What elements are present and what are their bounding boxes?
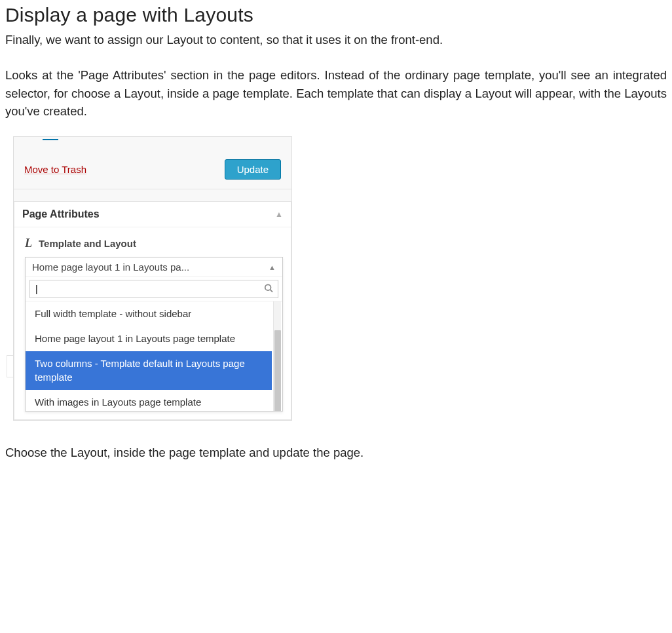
update-button[interactable]: Update bbox=[225, 159, 281, 180]
panel-title: Page Attributes bbox=[22, 208, 100, 220]
move-to-trash-link[interactable]: Move to Trash bbox=[24, 164, 86, 175]
option-full-width[interactable]: Full width template - without sidebar bbox=[26, 301, 272, 326]
intro-paragraph: Finally, we want to assign our Layout to… bbox=[5, 31, 667, 49]
collapse-icon: ▲ bbox=[275, 210, 283, 219]
page-attributes-panel: Page Attributes ▲ L Template and Layout … bbox=[14, 201, 291, 420]
dropdown-selected-value: Home page layout 1 in Layouts pa... bbox=[32, 261, 189, 273]
template-dropdown[interactable]: Home page layout 1 in Layouts pa... ▲ bbox=[25, 257, 283, 412]
chevron-up-icon: ▲ bbox=[269, 263, 276, 271]
outro-paragraph: Choose the Layout, inside the page templ… bbox=[5, 444, 667, 462]
scrollbar-thumb[interactable] bbox=[274, 330, 281, 411]
option-two-columns-highlighted[interactable]: Two columns - Template default in Layout… bbox=[26, 351, 272, 391]
template-selector-wrap: Home page layout 1 in Layouts pa... ▲ bbox=[14, 257, 291, 419]
dropdown-search-input[interactable] bbox=[29, 280, 278, 298]
svg-point-0 bbox=[265, 284, 271, 290]
section-label: Template and Layout bbox=[39, 238, 136, 249]
dropdown-search-row bbox=[26, 277, 282, 301]
body-paragraph: Looks at the 'Page Attributes' section i… bbox=[5, 66, 667, 121]
background-panel-fragment bbox=[7, 355, 18, 377]
dropdown-options-list: Default Template Full width template - w… bbox=[26, 301, 282, 411]
svg-line-1 bbox=[271, 290, 273, 292]
publish-actions-row: Move to Trash Update bbox=[14, 137, 291, 189]
option-with-images[interactable]: With images in Layouts page template bbox=[26, 390, 272, 411]
page-heading: Display a page with Layouts bbox=[5, 4, 667, 26]
panel-header[interactable]: Page Attributes ▲ bbox=[14, 202, 291, 227]
page-attributes-screenshot: Move to Trash Update Page Attributes ▲ L… bbox=[13, 136, 292, 421]
scrollbar-track[interactable] bbox=[273, 301, 281, 411]
search-icon bbox=[264, 284, 273, 295]
template-layout-section: L Template and Layout bbox=[14, 227, 291, 257]
tab-underline-fragment bbox=[43, 139, 58, 140]
layouts-l-icon: L bbox=[25, 237, 32, 250]
option-home-layout-1[interactable]: Home page layout 1 in Layouts page templ… bbox=[26, 326, 272, 351]
dropdown-selected-row[interactable]: Home page layout 1 in Layouts pa... ▲ bbox=[26, 258, 282, 277]
